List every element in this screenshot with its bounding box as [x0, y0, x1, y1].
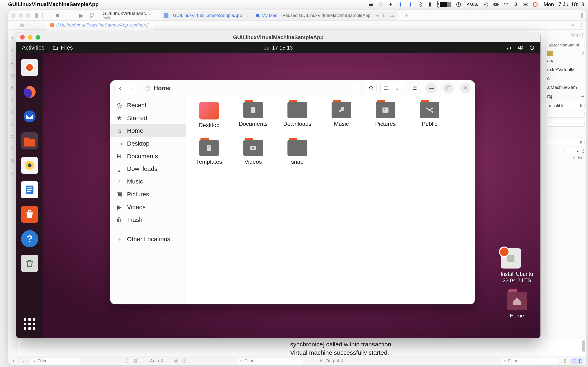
dock-writer[interactable] — [21, 181, 38, 198]
power-icon[interactable] — [529, 45, 535, 50]
inspector-name-field[interactable] — [547, 42, 585, 48]
stop-button-icon[interactable]: ■ — [54, 12, 61, 19]
library-button-icon[interactable]: ＋ — [404, 12, 409, 19]
console-filter-box[interactable]: ⌕ — [502, 358, 559, 364]
scm-branch[interactable]: GUILinuxVirtualMac... main — [89, 11, 150, 20]
inspector-tabs[interactable]: ▤ ◐ ? — [547, 33, 585, 38]
nav-t-icon[interactable]: T — [11, 36, 14, 42]
list-view-button[interactable] — [380, 83, 392, 93]
sidebar-recent[interactable]: ◷Recent — [110, 99, 186, 111]
sidebar-videos[interactable]: ▶Videos — [110, 201, 186, 213]
airplay-icon[interactable] — [484, 2, 489, 7]
nautilus-path-bar[interactable]: Home — [141, 83, 347, 93]
nav-i3-icon[interactable]: I — [12, 109, 13, 115]
xcode-traffic-lights[interactable] — [11, 13, 30, 18]
console-scrollbar[interactable] — [582, 340, 585, 352]
debug-area-toggle[interactable]: ▯▯ — [571, 358, 583, 364]
scope-chip[interactable]: ⌄ — [20, 359, 27, 363]
vm-titlebar[interactable]: GUILinuxVirtualMachineSampleApp — [16, 33, 540, 42]
folder-desktop[interactable]: Desktop — [193, 102, 225, 128]
wifi-icon[interactable] — [503, 2, 509, 7]
sidebar-documents[interactable]: 🗎Documents — [110, 150, 186, 162]
battery-icon[interactable] — [493, 2, 499, 7]
auto-select[interactable]: Auto ⇳ — [150, 358, 164, 364]
nav-forward-button[interactable]: › — [126, 83, 137, 93]
output-select[interactable]: All Output ⇳ — [319, 358, 344, 364]
stepper-icon[interactable]: ⇳ — [581, 51, 585, 56]
ubuntu-desktop[interactable]: Activities Files Jul 17 15:13 ? — [16, 42, 540, 338]
inspector-field-2[interactable] — [547, 120, 585, 127]
menubar-app-title[interactable]: GUILinuxVirtualMachineSampleApp — [8, 1, 99, 8]
console-pane-icon[interactable]: ▯ — [577, 358, 583, 364]
editor-options-icon[interactable]: ☰⃓ — [579, 22, 583, 28]
nautilus-file-grid[interactable]: Desktop Documents Downloads Music Pictur… — [186, 96, 475, 304]
inspector-select-2[interactable]: ⇳ — [547, 139, 585, 146]
folder-downloads[interactable]: Downloads — [281, 102, 313, 128]
vars-filter-box[interactable]: ⌕ — [238, 358, 303, 364]
nav-back-button[interactable]: ‹ — [114, 83, 126, 93]
run-button-icon[interactable]: ▶ — [77, 12, 85, 19]
toggle-inspector-icon[interactable] — [576, 13, 583, 18]
close-button[interactable]: ✕ — [460, 83, 471, 93]
xcode-left-nav-strip[interactable]: T I A H E I I C C C D T — [8, 30, 17, 365]
dock-icon[interactable] — [369, 2, 374, 7]
nav-d-icon[interactable]: D — [11, 158, 14, 164]
editor-nav-icons[interactable]: ▦ 〈 〉 — [20, 22, 38, 28]
folder-pictures[interactable]: Pictures — [370, 102, 401, 128]
sidebar-downloads[interactable]: ⭳Downloads — [110, 162, 186, 175]
sidebar-music[interactable]: ♪Music — [110, 175, 186, 188]
nav-a-icon[interactable]: A — [11, 60, 14, 66]
editor-tab[interactable]: GUILinuxVirtualMachineSampleApp.xcodepro… — [46, 21, 153, 30]
sidebar-starred[interactable]: ★Starred — [110, 111, 186, 124]
folder-public[interactable]: Public — [414, 102, 445, 128]
folder-snap[interactable]: snap — [281, 140, 313, 165]
sidebar-trash[interactable]: 🗑︎Trash — [110, 213, 186, 226]
inspector-indent-field[interactable] — [564, 148, 581, 154]
dock-rhythmbox[interactable] — [21, 157, 38, 174]
folder-documents[interactable]: Documents — [237, 102, 269, 128]
dock-firefox[interactable] — [21, 83, 38, 100]
menubar-clock[interactable]: Mon 17 Jul 18:13 — [544, 1, 584, 8]
vars-pane-icon[interactable]: ▯ — [572, 358, 577, 364]
timemachine-icon[interactable] — [456, 2, 461, 7]
stepper-icon[interactable]: ▲▼ — [582, 148, 585, 154]
nav-c-icon[interactable]: C — [11, 122, 14, 127]
dock-help[interactable]: ? — [21, 230, 38, 247]
dock-thunderbird[interactable] — [21, 108, 38, 125]
nav-c3-icon[interactable]: C — [11, 146, 14, 151]
folder-videos[interactable]: Videos — [237, 140, 269, 165]
sidebar-pictures[interactable]: ▣Pictures — [110, 188, 186, 201]
inspector-field-1[interactable] — [547, 111, 585, 118]
topbar-clock[interactable]: Jul 17 15:13 — [264, 45, 293, 51]
info-icon[interactable]: ⓘ — [182, 358, 187, 364]
diamond-icon[interactable] — [378, 2, 384, 7]
nav-h-icon[interactable]: H — [11, 73, 14, 78]
reveal-icon[interactable]: ➜ — [581, 93, 585, 100]
nav-filter-box[interactable]: ⌕ — [31, 358, 80, 364]
desktop-home-folder[interactable]: Home — [507, 292, 527, 319]
bolt-icon[interactable] — [388, 2, 393, 7]
xcode-console[interactable]: synchronize] called within transaction V… — [17, 339, 586, 356]
open-in-new-icon[interactable]: ⇥ — [570, 22, 574, 28]
grid-icon[interactable]: ▦ — [133, 358, 138, 364]
sidebar-other-locations[interactable]: ＋Other Locations — [110, 232, 186, 246]
network-icon[interactable] — [506, 45, 512, 50]
console-filter-input[interactable] — [508, 359, 549, 363]
siri-icon[interactable] — [533, 2, 538, 7]
dock-installer[interactable] — [21, 59, 38, 76]
vars-filter-input[interactable] — [244, 359, 285, 363]
nav-i-icon[interactable]: I — [12, 48, 13, 54]
hamburger-menu-button[interactable]: ☰ — [410, 83, 419, 93]
maximize-button[interactable]: ▢ — [443, 83, 454, 93]
nav-e-icon[interactable]: E — [11, 85, 14, 90]
dock-trash[interactable] — [21, 255, 38, 272]
folder-music[interactable]: Music — [325, 102, 357, 128]
add-file-icon[interactable]: ＋ — [11, 358, 16, 364]
xcode-activity-bar[interactable]: GUILinuxVirtual...chineSampleApp 〉 My Ma… — [161, 11, 398, 20]
sidebar-home[interactable]: ⌂Home — [110, 124, 186, 137]
dock-files[interactable] — [21, 132, 38, 150]
network-up-icon[interactable]: D — [398, 2, 403, 7]
volume-icon[interactable] — [518, 45, 523, 50]
eye-icon[interactable]: ◉ — [174, 358, 178, 364]
vm-traffic-lights[interactable] — [20, 35, 40, 40]
